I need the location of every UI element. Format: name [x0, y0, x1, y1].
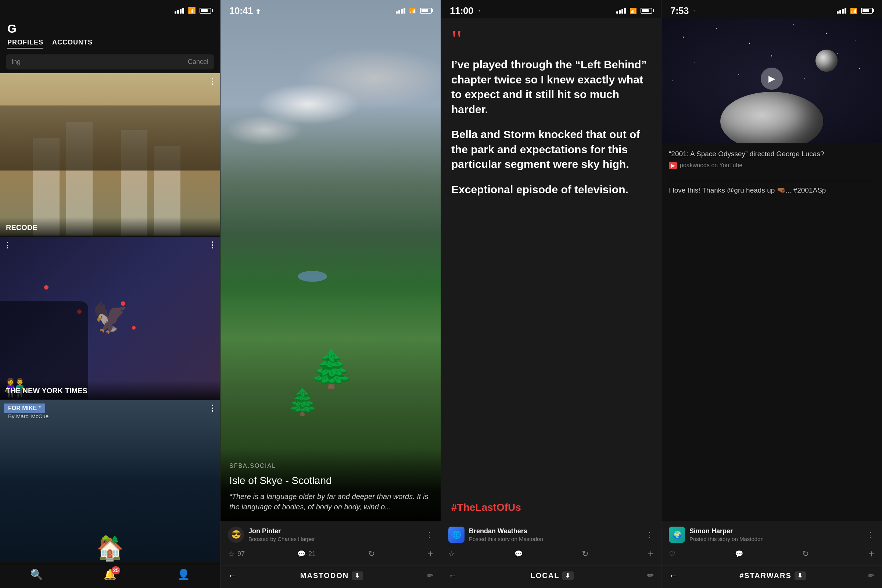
svg-point-3	[793, 24, 794, 25]
status-bar-4: 7:53 → 📶	[662, 0, 882, 18]
space-source-row: ▶ poakwoods on YouTube	[669, 162, 874, 169]
space-image: ▶	[662, 18, 882, 143]
recode-title: RECODE	[6, 223, 214, 232]
plus-action-3[interactable]: +	[648, 548, 654, 560]
avatar-3: 🌐	[448, 526, 465, 543]
status-icons-2: 📶	[396, 8, 432, 14]
star-action-3[interactable]: ☆	[448, 549, 455, 558]
nav-title-badge-4[interactable]: ⬇	[795, 572, 806, 580]
nav-title-badge-3[interactable]: ⬇	[562, 572, 574, 580]
formike-tag: FOR MIKE *	[4, 404, 45, 413]
nyt-menu-left[interactable]: ⋮	[4, 240, 12, 250]
tab-profile[interactable]: 👤	[177, 568, 190, 580]
person-icon: 👤	[177, 568, 190, 580]
author-info-4: 🌍 Simon Harper Posted this story on Mast…	[669, 526, 764, 543]
back-button-3[interactable]: ←	[448, 570, 457, 580]
author-row-4: 🌍 Simon Harper Posted this story on Mast…	[669, 526, 874, 543]
location-arrow-4: →	[691, 8, 697, 14]
space-source-text: poakwoods on YouTube	[680, 162, 742, 169]
play-button[interactable]: ▶	[761, 68, 783, 90]
heart-icon-4: ♡	[669, 549, 675, 558]
quote-paragraph-1: I’ve played through the “Left Behind” ch…	[451, 57, 651, 117]
nav-title-4[interactable]: #STARWARS ⬇	[740, 572, 806, 580]
panel-space: 7:53 → 📶	[662, 0, 882, 588]
bottom-nav-2: ← MASTODON ⬇ ✏	[220, 566, 441, 588]
repost-action-3[interactable]: ↻	[582, 549, 588, 559]
plus-action-2[interactable]: +	[428, 548, 433, 560]
repost-icon-3: ↻	[582, 549, 588, 559]
post-menu-3[interactable]: ⋮	[646, 530, 654, 539]
comment-action-2[interactable]: 💬 21	[297, 550, 316, 558]
star-action-2[interactable]: ☆ 97	[228, 549, 245, 558]
svg-point-4	[826, 33, 827, 34]
wifi-icon-3: 📶	[630, 8, 637, 14]
search-cancel-button[interactable]: Cancel	[188, 58, 208, 66]
panel-flipboard: 📶 G PROFILES ACCOUNTS ing Cancel	[0, 0, 220, 588]
tab-accounts[interactable]: ACCOUNTS	[52, 39, 93, 48]
court-graphic	[0, 73, 220, 236]
recode-overlay: RECODE	[0, 217, 220, 236]
post-menu-4[interactable]: ⋮	[867, 530, 874, 539]
back-button-4[interactable]: ←	[669, 570, 678, 580]
location-arrow-2a: ⬆	[255, 8, 261, 15]
nav-title-badge-2[interactable]: ⬇	[352, 572, 363, 580]
status-icons-3: 📶	[616, 8, 652, 14]
panel-mastodon-scotland: 10:41 ⬆ 📶 🌲 🌲 SFBA.S	[220, 0, 441, 588]
heart-action-4[interactable]: ♡	[669, 549, 675, 558]
comment-action-3[interactable]: 💬	[514, 550, 523, 558]
svg-point-5	[855, 40, 855, 41]
scotland-landscape: 🌲 🌲	[220, 0, 441, 521]
recode-menu-button[interactable]: ⋮	[208, 77, 216, 86]
edit-button-4[interactable]: ✏	[868, 571, 874, 580]
search-input[interactable]: ing	[12, 58, 21, 66]
svg-point-0	[683, 37, 684, 38]
comment-icon-2: 💬	[297, 550, 305, 558]
post-actions-2: ☆ 97 💬 21 ↻ +	[228, 548, 433, 560]
feed-card-recode[interactable]: RECODE ⋮	[0, 73, 220, 236]
quote-hashtag[interactable]: #TheLastOfUs	[451, 502, 651, 513]
wifi-icon: 📶	[188, 7, 196, 15]
tab-search[interactable]: 🔍	[30, 568, 43, 580]
back-button-2[interactable]: ←	[228, 570, 237, 580]
status-left-3: 11:00 →	[450, 5, 482, 16]
space-content: “2001: A Space Odyssey” directed George …	[662, 143, 882, 521]
post-actions-3: ☆ 💬 ↻ +	[448, 548, 654, 560]
tab-profiles[interactable]: PROFILES	[8, 39, 44, 48]
comment-action-4[interactable]: 💬	[735, 550, 743, 558]
signal-icon-4	[837, 8, 846, 14]
search-bar[interactable]: ing Cancel	[6, 54, 214, 69]
battery-icon-4	[861, 8, 873, 14]
status-icons-1: 📶	[175, 7, 212, 15]
star-icon-3: ☆	[448, 549, 455, 558]
nav-title-3[interactable]: LOCAL ⬇	[531, 572, 574, 580]
repost-action-2[interactable]: ↻	[368, 549, 375, 559]
bottom-tab-bar: 🔍 🔔 25 👤	[0, 564, 220, 588]
star-count-2: 97	[237, 550, 245, 558]
tab-notifications[interactable]: 🔔 25	[104, 568, 117, 580]
plus-action-4[interactable]: +	[868, 548, 874, 560]
signal-icon	[175, 8, 184, 14]
nyt-menu-button[interactable]: ⋮	[208, 240, 216, 250]
signal-icon-2	[396, 8, 405, 14]
author-name-4: Simon Harper	[689, 527, 764, 535]
youtube-icon: ▶	[669, 162, 677, 169]
nyt-overlay: THE NEW YORK TIMES	[0, 380, 220, 399]
author-name-2: Jon Pinter	[248, 527, 315, 535]
post-menu-2[interactable]: ⋮	[426, 530, 433, 539]
repost-action-4[interactable]: ↻	[802, 549, 809, 559]
edit-button-2[interactable]: ✏	[427, 571, 433, 580]
tabs-row: PROFILES ACCOUNTS	[8, 39, 213, 48]
nav-title-2[interactable]: MASTODON ⬇	[300, 572, 363, 580]
nyt-image: 🦅 👫	[0, 237, 220, 399]
formike-menu-button[interactable]: ⋮	[208, 404, 216, 413]
flipboard-logo: G	[8, 22, 213, 36]
post-footer-3: 🌐 Brendan Weathers Posted this story on …	[441, 521, 661, 566]
repost-icon-4: ↻	[802, 549, 809, 559]
feed-card-formike[interactable]: 🏠 🌳🌲 FOR MIKE * By Marci McCue ⋮	[0, 400, 220, 562]
status-left-4: 7:53 →	[670, 5, 697, 16]
status-bar-2: 10:41 ⬆ 📶	[220, 0, 441, 18]
post-footer-2: 😎 Jon Pinter Boosted by Charles Harper ⋮…	[220, 521, 441, 566]
quote-paragraph-3: Exceptional episode of television.	[451, 182, 651, 197]
feed-card-nyt[interactable]: 🦅 👫 THE NEW YORK TIMES ⋮ ⋮	[0, 237, 220, 399]
edit-button-3[interactable]: ✏	[647, 571, 654, 580]
